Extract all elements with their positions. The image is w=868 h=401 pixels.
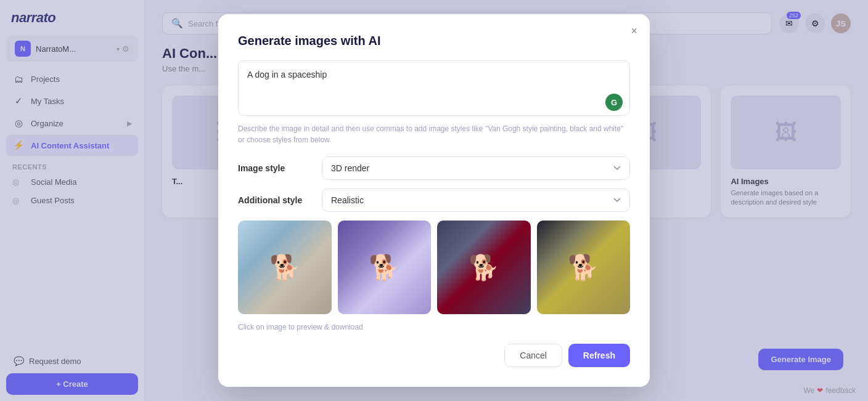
click-hint-text: Click on image to preview & download bbox=[238, 323, 630, 331]
modal-footer: Cancel Refresh bbox=[238, 344, 630, 367]
additional-style-row: Additional style Realistic Abstract Mini… bbox=[238, 188, 630, 212]
generated-image-2[interactable]: 🐕 bbox=[338, 221, 432, 314]
prompt-input[interactable] bbox=[238, 60, 630, 116]
cancel-button[interactable]: Cancel bbox=[504, 344, 562, 367]
image-style-row: Image style 3D render Realistic Watercol… bbox=[238, 156, 630, 180]
dog-art-1: 🐕 bbox=[238, 221, 332, 314]
image-style-label: Image style bbox=[238, 163, 312, 173]
modal-close-button[interactable]: × bbox=[631, 25, 637, 36]
modal-overlay: × Generate images with AI G Describe the… bbox=[0, 0, 868, 401]
dog-art-2: 🐕 bbox=[338, 221, 432, 314]
refresh-button[interactable]: Refresh bbox=[568, 344, 630, 367]
generate-images-modal: × Generate images with AI G Describe the… bbox=[218, 14, 650, 387]
dog-art-4: 🐕 bbox=[537, 221, 631, 314]
modal-title: Generate images with AI bbox=[238, 34, 630, 48]
generated-image-4[interactable]: 🐕 bbox=[537, 221, 631, 314]
prompt-hint-text: Describe the image in detail and then us… bbox=[238, 123, 630, 145]
generated-image-3[interactable]: 🐕 bbox=[437, 221, 531, 314]
image-style-select[interactable]: 3D render Realistic Watercolor Oil paint… bbox=[322, 156, 630, 180]
generated-image-1[interactable]: 🐕 bbox=[238, 221, 332, 314]
additional-style-label: Additional style bbox=[238, 195, 312, 205]
additional-style-select[interactable]: Realistic Abstract Minimalist Vintage bbox=[322, 188, 630, 212]
dog-art-3: 🐕 bbox=[437, 221, 531, 314]
generated-images-grid: 🐕 🐕 🐕 🐕 bbox=[238, 221, 630, 314]
prompt-wrapper: G bbox=[238, 60, 630, 118]
